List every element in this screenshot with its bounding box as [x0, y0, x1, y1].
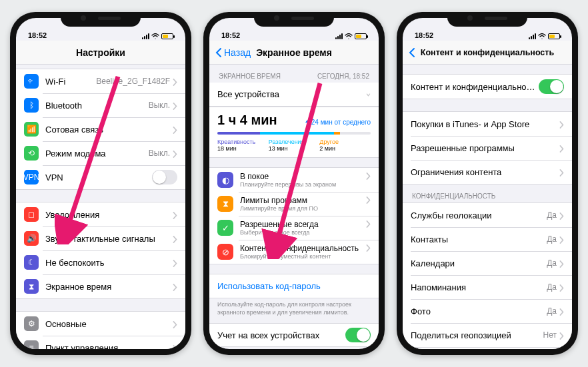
cell-label: Пункт управления — [45, 343, 173, 350]
phone-content-privacy: 18:52 Контент и конфиденциальность Конте… — [397, 12, 578, 355]
sliders-icon: ≡ — [24, 340, 39, 349]
bluetooth-icon: ᛒ — [24, 98, 39, 113]
cell-label: Не беспокоить — [45, 258, 173, 268]
chevron-right-icon — [559, 332, 564, 339]
settings-row-vpn[interactable]: VPN VPN — [16, 165, 185, 189]
row-разрешенные-программы[interactable]: Разрешенные программы — [403, 136, 572, 160]
content-privacy-toggle[interactable]: Контент и конфиденциальность — [403, 75, 572, 99]
settings-row-пункт-управления[interactable]: ≡ Пункт управления — [16, 336, 185, 349]
status-time: 18:52 — [28, 31, 47, 39]
feature-downtime[interactable]: ◐ В покоеПланируйте перерывы за экраном — [209, 168, 379, 192]
wifi-icon: ᯤ — [24, 74, 39, 89]
chevron-right-icon — [559, 145, 564, 152]
use-passcode-link[interactable]: Использовать код-пароль — [209, 274, 379, 298]
feature-allow[interactable]: ✓ Разрешенные всегдаВыберите нужное всег… — [209, 216, 379, 240]
chevron-right-icon — [559, 284, 564, 291]
chevron-right-icon — [173, 235, 177, 242]
cell-value: Beeline_2G_F1482F — [96, 77, 170, 86]
cell-label: Уведомления — [45, 210, 173, 220]
page-title: Экранное время — [256, 47, 332, 58]
battery-icon — [548, 33, 560, 39]
chevron-down-icon — [366, 91, 371, 98]
privacy-календари[interactable]: Календари Да — [403, 251, 572, 275]
settings-row-bluetooth[interactable]: ᛒ BluetoothВыкл. — [16, 93, 185, 117]
all-devices-row[interactable]: Все устройства — [209, 83, 379, 107]
moon-icon: ☾ — [24, 255, 39, 270]
privacy-доступ-bluetooth[interactable]: Доступ Bluetooth Да — [403, 347, 572, 349]
content-privacy-list[interactable]: Контент и конфиденциальность Покупки в i… — [403, 65, 572, 349]
nav-bar: Настройки — [16, 41, 185, 65]
total-time: 1 ч 4 мин — [217, 113, 277, 128]
privacy-службы-геолокации[interactable]: Службы геолокации Да — [403, 203, 572, 227]
settings-row-экранное-время[interactable]: ⧗ Экранное время — [16, 274, 185, 298]
status-time: 18:52 — [415, 31, 433, 39]
cell-label: Звуки, тактильные сигналы — [45, 234, 173, 244]
vpn-icon: VPN — [24, 170, 39, 184]
settings-row-основные[interactable]: ⚙ Основные — [16, 312, 185, 336]
chevron-right-icon — [173, 211, 177, 218]
chevron-right-icon — [173, 283, 177, 290]
chevron-right-icon — [559, 236, 564, 243]
toggle-switch[interactable] — [345, 328, 371, 342]
settings-row-режим-модема[interactable]: ⟲ Режим модемаВыкл. — [16, 141, 185, 165]
chevron-right-icon — [173, 150, 177, 157]
content-icon: ⊘ — [217, 244, 233, 260]
screentime-summary[interactable]: 1 ч 4 мин 24 мин от среднего Креативност… — [209, 107, 379, 158]
chevron-right-icon — [366, 244, 371, 251]
back-button[interactable]: Назад — [215, 47, 251, 58]
chevron-right-icon — [173, 259, 177, 266]
cell-label: Экранное время — [45, 282, 173, 292]
notch — [61, 12, 141, 27]
phone-settings: 18:52 Настройки ᯤ Wi-FiBeeline_2G_F1482F… — [10, 12, 191, 355]
settings-row-звуки,-тактильные-сигналы[interactable]: 🔊 Звуки, тактильные сигналы — [16, 226, 185, 250]
toggle-switch[interactable] — [152, 170, 177, 184]
wifi-icon — [538, 33, 546, 39]
battery-icon — [161, 33, 173, 39]
cell-label: Основные — [45, 319, 173, 329]
wifi-icon — [345, 33, 353, 39]
row-ограничения-контента[interactable]: Ограничения контента — [403, 160, 572, 184]
chevron-right-icon — [559, 308, 564, 315]
cell-label: Сотовая связь — [45, 125, 173, 135]
privacy-фото[interactable]: Фото Да — [403, 299, 572, 323]
row-покупки-в-itunes-и-app-store[interactable]: Покупки в iTunes- и App Store — [403, 112, 572, 136]
chevron-right-icon — [366, 220, 371, 227]
hotspot-icon: ⟲ — [24, 146, 39, 161]
settings-row-уведомления[interactable]: ◻ Уведомления — [16, 202, 185, 226]
chevron-right-icon — [173, 78, 177, 85]
cell-label: VPN — [45, 173, 152, 183]
hourglass-icon: ⧗ — [24, 279, 39, 294]
share-across-devices[interactable]: Учет на всех устройствах — [209, 323, 379, 347]
chevron-right-icon — [173, 320, 177, 328]
privacy-поделиться-геопозицией[interactable]: Поделиться геопозицией Нет — [403, 323, 572, 347]
settings-list[interactable]: ᯤ Wi-FiBeeline_2G_F1482F ᛒ BluetoothВыкл… — [16, 65, 185, 349]
back-button[interactable] — [408, 47, 416, 58]
screentime-content[interactable]: ЭКРАННОЕ ВРЕМЯСегодня, 18:52 Все устройс… — [209, 65, 379, 349]
chevron-right-icon — [559, 169, 564, 176]
chevron-right-icon — [173, 344, 177, 350]
chevron-right-icon — [366, 196, 371, 203]
page-title: Контент и конфиденциальность — [421, 48, 554, 57]
privacy-напоминания[interactable]: Напоминания Да — [403, 275, 572, 299]
phone-screentime: 18:52 Назад Экранное время ЭКРАННОЕ ВРЕМ… — [203, 12, 385, 355]
signal-icon — [335, 33, 343, 39]
limits-icon: ⧗ — [217, 196, 233, 212]
chevron-right-icon — [173, 102, 177, 109]
settings-row-не-беспокоить[interactable]: ☾ Не беспокоить — [16, 250, 185, 274]
battery-icon — [355, 33, 367, 39]
cell-label: Режим модема — [45, 149, 149, 159]
settings-row-wi-fi[interactable]: ᯤ Wi-FiBeeline_2G_F1482F — [16, 69, 185, 93]
toggle-switch[interactable] — [539, 79, 564, 94]
feature-content[interactable]: ⊘ Контент и конфиденциальностьБлокируйте… — [209, 240, 379, 264]
cell-value: Выкл. — [149, 149, 170, 158]
cell-label: Bluetooth — [45, 101, 149, 111]
privacy-контакты[interactable]: Контакты Да — [403, 227, 572, 251]
feature-limits[interactable]: ⧗ Лимиты программЛимитируйте время для П… — [209, 192, 379, 216]
nav-bar: Контент и конфиденциальность — [403, 41, 572, 65]
settings-row-сотовая-связь[interactable]: 📶 Сотовая связь — [16, 117, 185, 141]
sound-icon: 🔊 — [24, 231, 39, 246]
cell-value: Выкл. — [149, 101, 170, 110]
antenna-icon: 📶 — [24, 122, 39, 137]
gear-icon: ⚙ — [24, 316, 39, 331]
page-title: Настройки — [76, 47, 125, 58]
